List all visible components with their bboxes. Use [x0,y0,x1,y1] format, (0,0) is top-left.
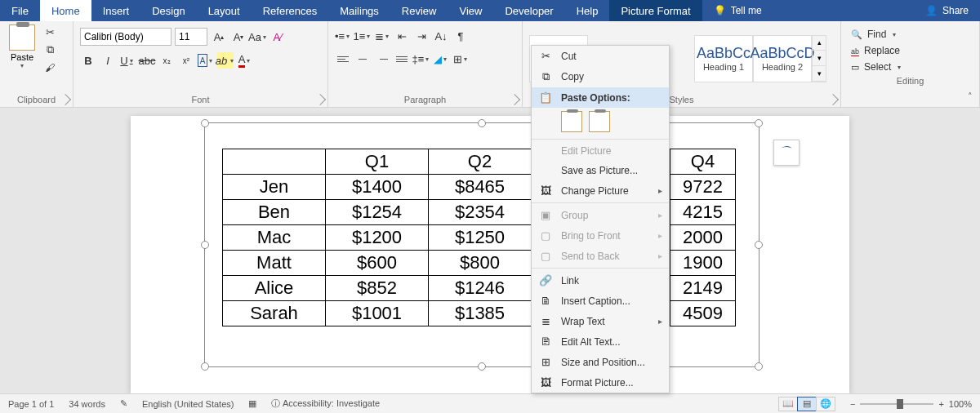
subscript-button[interactable]: x₂ [158,52,175,69]
status-page[interactable]: Page 1 of 1 [8,399,54,409]
ctx-cut[interactable]: ✂Cut [532,46,669,66]
table-row: Matt$600$800 [223,251,532,276]
shrink-font-button[interactable]: A▾ [230,29,247,45]
text-effects-button[interactable]: A▾ [198,52,214,69]
copy-button[interactable] [42,42,57,57]
tell-me[interactable]: 💡Tell me [702,0,773,21]
status-accessibility[interactable]: ⓘ Accessibility: Investigate [271,397,380,410]
find-button[interactable]: Find▾ [848,28,901,41]
show-marks-button[interactable]: ¶ [452,28,469,44]
resize-handle[interactable] [755,241,763,249]
align-right-button[interactable] [374,51,390,67]
line-spacing-button[interactable]: ‡≡▾ [413,51,430,67]
borders-button[interactable]: ⊞▾ [452,51,469,67]
style-heading2[interactable]: AaBbCcDHeading 2 [753,35,812,82]
ribbon: Paste ▾ Clipboard A▴ A▾ Aa▾ A⁄ B [0,21,980,108]
zoom-slider[interactable] [860,403,933,405]
superscript-button[interactable]: x² [178,52,194,69]
tab-mailings[interactable]: Mailings [328,0,390,21]
data-table-right: Q4 9722 4215 2000 1900 2149 4509 [670,149,736,326]
highlight-button[interactable]: ab▾ [217,52,234,69]
styles-gallery-nav[interactable]: ▴▾▾ [812,35,826,82]
ctx-size-position[interactable]: ⊞Size and Position... [532,352,669,372]
view-print-layout[interactable]: ▤ [797,397,817,411]
increase-indent-button[interactable]: ⇥ [413,28,430,44]
justify-button[interactable] [394,51,410,67]
tab-insert[interactable]: Insert [91,0,141,21]
zoom-in-button[interactable]: + [938,399,943,409]
shading-button[interactable]: ◢▾ [433,51,449,67]
font-family-select[interactable] [80,28,172,46]
tab-developer[interactable]: Developer [493,0,564,21]
resize-handle[interactable] [201,241,209,249]
font-size-select[interactable] [175,28,207,46]
resize-handle[interactable] [755,119,763,127]
lightbulb-icon: 💡 [714,5,726,16]
grow-font-button[interactable]: A▴ [211,29,227,45]
bullets-button[interactable]: •≡▾ [335,28,351,44]
ctx-save-as-picture[interactable]: Save as Picture... [532,161,669,180]
ctx-link[interactable]: 🔗Link [532,270,669,291]
resize-handle[interactable] [755,362,763,371]
tab-help[interactable]: Help [565,0,610,21]
resize-handle[interactable] [201,119,209,127]
select-button[interactable]: Select▾ [848,60,906,73]
tab-design[interactable]: Design [140,0,196,21]
sort-button[interactable]: A↓ [433,28,449,44]
layout-options-button[interactable]: ⌒ [773,140,800,166]
strikethrough-button[interactable]: abc [139,52,155,69]
format-painter-button[interactable] [42,60,57,75]
status-language[interactable]: English (United States) [142,399,234,409]
style-heading1[interactable]: AaBbCcHeading 1 [694,35,753,82]
ctx-edit-alt-text[interactable]: 🖹Edit Alt Text... [532,331,669,352]
tab-home[interactable]: Home [40,0,91,21]
align-left-button[interactable] [335,51,351,67]
tab-view[interactable]: View [448,0,493,21]
table-row: 2149 [670,276,736,301]
zoom-out-button[interactable]: − [850,399,855,409]
change-case-button[interactable]: Aa▾ [250,29,266,45]
multilevel-list-button[interactable]: ≣▾ [374,28,390,44]
zoom-level[interactable]: 100% [949,399,972,409]
table-header: Q1 [326,149,429,175]
replace-button[interactable]: Replace [848,44,903,57]
bold-button[interactable]: B [80,52,96,69]
tab-file[interactable]: File [0,0,40,21]
ctx-format-picture[interactable]: 🖼Format Picture... [532,372,669,393]
macro-icon[interactable]: ▦ [248,398,256,409]
view-web-layout[interactable]: 🌐 [816,397,835,411]
underline-button[interactable]: U▾ [119,52,136,69]
numbering-button[interactable]: 1≡▾ [354,28,371,44]
view-read-mode[interactable]: 📖 [778,397,798,411]
caption-icon: 🗎 [538,295,553,307]
align-center-button[interactable] [354,51,371,67]
tab-review[interactable]: Review [390,0,448,21]
resize-handle[interactable] [201,362,209,371]
alt-text-icon: 🖹 [538,335,553,348]
proofing-icon[interactable]: ✎ [120,398,127,409]
decrease-indent-button[interactable]: ⇤ [394,28,410,44]
paste-picture-button[interactable] [589,111,610,132]
share-button[interactable]: 👤Share [914,0,980,21]
status-words[interactable]: 34 words [69,399,105,409]
ctx-paste-options[interactable]: 📋Paste Options: [532,87,669,108]
collapse-ribbon-button[interactable]: ˄ [968,91,973,102]
ctx-wrap-text[interactable]: ≣Wrap Text▸ [532,311,669,331]
group-clipboard: Paste ▾ Clipboard [0,21,74,107]
ctx-change-picture[interactable]: 🖼Change Picture▸ [532,180,669,201]
cut-button[interactable] [42,24,57,39]
resize-handle[interactable] [478,362,486,371]
italic-button[interactable]: I [100,52,116,69]
resize-handle[interactable] [478,119,486,127]
font-color-button[interactable]: A▾ [237,52,253,69]
clear-formatting-button[interactable]: A⁄ [270,29,286,45]
share-icon: 👤 [925,5,938,16]
tab-references[interactable]: References [252,0,328,21]
paste-keep-source-button[interactable] [561,111,582,132]
ctx-copy[interactable]: ⧉Copy [532,66,669,87]
paste-button[interactable]: Paste ▾ [7,24,38,69]
tab-picture-format[interactable]: Picture Format [609,0,702,21]
tab-layout[interactable]: Layout [197,0,252,21]
ctx-send-back: ▢Send to Back▸ [532,246,669,266]
ctx-insert-caption[interactable]: 🗎Insert Caption... [532,291,669,311]
